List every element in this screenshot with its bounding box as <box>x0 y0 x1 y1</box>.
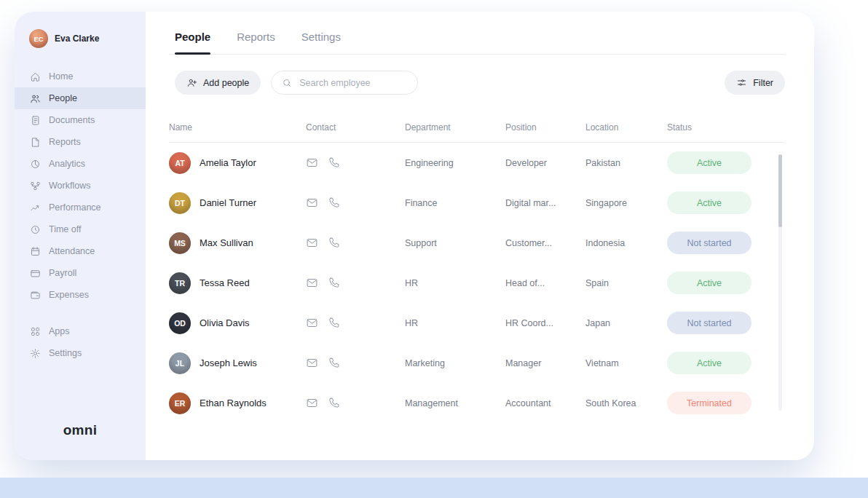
email-icon[interactable] <box>306 277 318 289</box>
toolbar: Add people Filter <box>169 71 785 95</box>
email-icon[interactable] <box>306 157 318 169</box>
phone-icon[interactable] <box>328 237 340 249</box>
sidebar-item-analytics[interactable]: Analytics <box>15 153 146 175</box>
employee-avatar: OD <box>169 312 191 334</box>
column-header-status: Status <box>667 122 785 133</box>
contact-cell <box>306 317 405 329</box>
status-badge: Active <box>667 151 751 174</box>
phone-icon[interactable] <box>328 397 340 409</box>
sidebar-item-performance[interactable]: Performance <box>15 197 146 218</box>
email-icon[interactable] <box>306 197 318 209</box>
apps-icon <box>30 326 41 337</box>
phone-icon[interactable] <box>328 357 340 369</box>
contact-cell <box>306 277 405 289</box>
position-cell: Manager <box>505 358 585 368</box>
sidebar-item-expenses[interactable]: Expenses <box>15 284 146 306</box>
add-people-button[interactable]: Add people <box>175 71 261 95</box>
status-badge: Active <box>667 272 751 294</box>
phone-icon[interactable] <box>328 157 340 169</box>
tab-people[interactable]: People <box>175 31 210 54</box>
table-row[interactable]: TRTessa ReedHRHead of...SpainActive <box>169 263 785 303</box>
tab-reports[interactable]: Reports <box>237 31 275 54</box>
sidebar-item-label: Expenses <box>49 290 89 300</box>
gear-icon <box>30 348 41 359</box>
search-input[interactable] <box>298 77 407 89</box>
status-badge: Terminated <box>667 392 751 414</box>
table-row[interactable]: ATAmelia TaylorEngineeringDeveloperPakis… <box>169 143 785 183</box>
page-bottom-band <box>0 478 868 498</box>
department-cell: HR <box>405 278 505 288</box>
employee-name: Amelia Taylor <box>200 157 256 168</box>
add-person-icon <box>186 77 197 88</box>
sidebar-item-people[interactable]: People <box>15 87 146 109</box>
app-window: EC Eva Clarke HomePeopleDocumentsReports… <box>15 12 814 460</box>
contact-cell <box>306 397 405 409</box>
documents-icon <box>30 115 41 126</box>
employee-name-cell: DTDaniel Turner <box>169 192 306 214</box>
email-icon[interactable] <box>306 317 318 329</box>
location-cell: Japan <box>585 318 667 328</box>
user-profile[interactable]: EC Eva Clarke <box>15 29 146 48</box>
table-row[interactable]: JLJoseph LewisMarketingManagerVietnamAct… <box>169 343 785 383</box>
clock-icon <box>30 224 41 235</box>
search-icon <box>282 78 292 88</box>
employee-name-cell: JLJoseph Lewis <box>169 352 306 374</box>
employee-name: Tessa Reed <box>200 277 250 288</box>
reports-icon <box>30 137 41 148</box>
sidebar-item-workflows[interactable]: Workflows <box>15 175 146 197</box>
sidebar-item-reports[interactable]: Reports <box>15 131 146 153</box>
filter-icon <box>736 77 747 88</box>
performance-icon <box>30 202 41 213</box>
scrollbar-thumb[interactable] <box>778 154 782 227</box>
calendar-icon <box>30 246 41 257</box>
sidebar-item-label: Home <box>49 71 73 82</box>
employee-avatar: AT <box>169 152 191 174</box>
scrollbar-track[interactable] <box>778 154 782 411</box>
employee-name-cell: ATAmelia Taylor <box>169 152 306 174</box>
location-cell: Spain <box>585 278 667 288</box>
phone-icon[interactable] <box>328 277 340 289</box>
status-badge: Active <box>667 352 751 374</box>
employee-name-cell: TRTessa Reed <box>169 272 306 294</box>
department-cell: Marketing <box>405 358 505 368</box>
tab-bar: PeopleReportsSettings <box>169 31 785 55</box>
phone-icon[interactable] <box>328 317 340 329</box>
column-header-name: Name <box>169 122 306 133</box>
tab-settings[interactable]: Settings <box>301 31 341 54</box>
phone-icon[interactable] <box>328 197 340 209</box>
email-icon[interactable] <box>306 237 318 249</box>
sidebar-item-label: Attendance <box>49 246 95 256</box>
table-header: NameContactDepartmentPositionLocationSta… <box>169 112 785 143</box>
sidebar-item-time-off[interactable]: Time off <box>15 218 146 240</box>
employee-name-cell: ODOlivia Davis <box>169 312 306 334</box>
contact-cell <box>306 357 405 369</box>
email-icon[interactable] <box>306 397 318 409</box>
sidebar-item-label: Time off <box>49 224 81 234</box>
employee-name: Joseph Lewis <box>200 357 257 368</box>
table-row[interactable]: EREthan RaynoldsManagementAccountantSout… <box>169 383 785 423</box>
column-header-contact: Contact <box>306 122 405 133</box>
logo-dot-icon <box>15 12 18 17</box>
department-cell: Support <box>405 238 505 248</box>
sidebar-item-home[interactable]: Home <box>15 66 146 87</box>
table-row[interactable]: MSMax SullivanSupportCustomer...Indonesi… <box>169 223 785 263</box>
table-row[interactable]: ODOlivia DavisHRHR Coord...JapanNot star… <box>169 303 785 343</box>
filter-button[interactable]: Filter <box>725 71 785 95</box>
sidebar-item-documents[interactable]: Documents <box>15 109 146 131</box>
status-cell: Not started <box>667 232 785 254</box>
sidebar-item-apps[interactable]: Apps <box>15 320 146 342</box>
logo: omni <box>15 422 146 447</box>
location-cell: Vietnam <box>585 358 667 368</box>
employee-table: NameContactDepartmentPositionLocationSta… <box>169 112 785 423</box>
logo-text: omni <box>63 422 98 438</box>
status-cell: Terminated <box>667 392 785 414</box>
email-icon[interactable] <box>306 357 318 369</box>
sidebar-item-payroll[interactable]: Payroll <box>15 262 146 284</box>
sidebar-item-settings[interactable]: Settings <box>15 342 146 364</box>
column-header-location: Location <box>585 122 667 133</box>
sidebar-item-attendance[interactable]: Attendance <box>15 240 146 262</box>
sidebar: EC Eva Clarke HomePeopleDocumentsReports… <box>15 12 146 460</box>
status-cell: Active <box>667 151 785 174</box>
position-cell: HR Coord... <box>505 318 585 328</box>
table-row[interactable]: DTDaniel TurnerFinanceDigital mar...Sing… <box>169 183 785 223</box>
